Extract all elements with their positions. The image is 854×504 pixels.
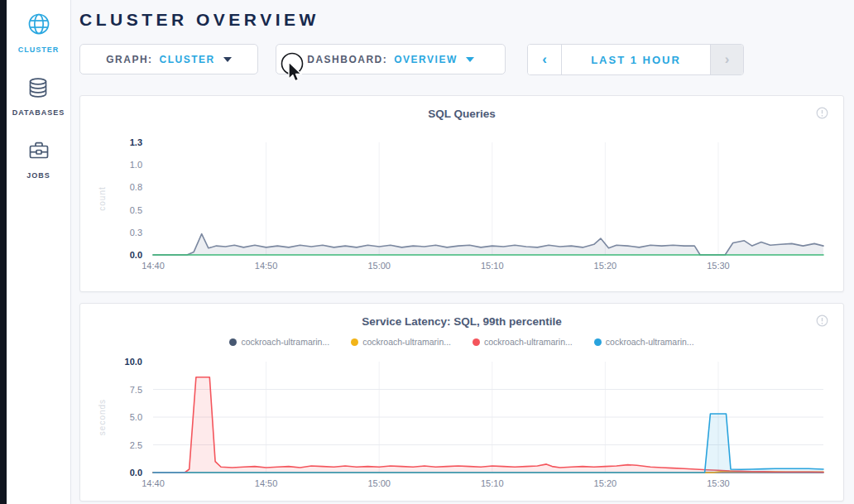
graph-dropdown-label: GRAPH: (106, 54, 152, 65)
chart-title: Service Latency: SQL, 99th percentile (362, 315, 562, 328)
dashboard-dropdown-label: DASHBOARD: (307, 54, 387, 65)
database-icon (26, 75, 50, 103)
legend-item[interactable]: cockroach-ultramarin... (229, 337, 329, 347)
svg-text:15:20: 15:20 (594, 261, 617, 271)
svg-text:1.3: 1.3 (130, 137, 142, 147)
svg-text:15:00: 15:00 (367, 478, 391, 488)
svg-text:15:10: 15:10 (481, 478, 504, 488)
sidebar-item-label: JOBS (26, 171, 50, 180)
service-latency-chart: 0.02.55.07.510.014:4014:5015:0015:1015:2… (94, 350, 830, 496)
dashboard-dropdown-value: OVERVIEW (394, 54, 457, 65)
sql-queries-chart-card: SQL Queries 0.00.30.50.81.01.314:4014:50… (79, 95, 844, 292)
sidebar-item-label: DATABASES (12, 108, 65, 117)
dashboard-dropdown[interactable]: DASHBOARD: OVERVIEW (276, 44, 506, 74)
main-content: CLUSTER OVERVIEW GRAPH: CLUSTER DASHBOAR… (71, 0, 854, 504)
legend-label: cockroach-ultramarin... (606, 337, 694, 347)
svg-text:0.0: 0.0 (130, 468, 142, 478)
info-icon[interactable] (816, 107, 828, 122)
graph-dropdown-value: CLUSTER (160, 54, 215, 65)
sidebar-item-databases[interactable]: DATABASES (12, 75, 65, 117)
briefcase-icon (26, 138, 51, 166)
svg-text:15:20: 15:20 (594, 478, 617, 488)
time-range-selector: ‹ LAST 1 HOUR › (527, 44, 744, 75)
svg-text:15:30: 15:30 (707, 261, 730, 271)
legend-item[interactable]: cockroach-ultramarin... (351, 337, 451, 347)
chart-title: SQL Queries (428, 108, 496, 120)
left-edge-strip (0, 0, 7, 504)
svg-text:15:10: 15:10 (481, 261, 504, 271)
page-title: CLUSTER OVERVIEW (79, 10, 844, 30)
svg-text:2.5: 2.5 (130, 440, 142, 450)
service-latency-chart-card: Service Latency: SQL, 99th percentile co… (79, 303, 844, 502)
legend-dot-icon (229, 338, 237, 346)
svg-text:14:40: 14:40 (142, 478, 165, 488)
time-range-label[interactable]: LAST 1 HOUR (561, 45, 710, 74)
legend-label: cockroach-ultramarin... (484, 337, 573, 347)
legend-dot-icon (473, 338, 480, 346)
svg-text:0.8: 0.8 (130, 182, 142, 192)
svg-text:14:50: 14:50 (255, 261, 278, 271)
svg-text:1.0: 1.0 (130, 160, 142, 170)
svg-text:seconds: seconds (98, 399, 107, 435)
svg-text:count: count (98, 186, 107, 210)
svg-text:10.0: 10.0 (125, 357, 142, 367)
svg-text:15:00: 15:00 (367, 261, 391, 271)
chart-legend: cockroach-ultramarin...cockroach-ultrama… (94, 334, 830, 350)
svg-text:14:40: 14:40 (142, 261, 165, 271)
sidebar-item-cluster[interactable]: CLUSTER (18, 11, 60, 54)
sql-queries-chart: 0.00.30.50.81.01.314:4014:5015:0015:1015… (94, 124, 830, 286)
controls-bar: GRAPH: CLUSTER DASHBOARD: OVERVIEW ‹ LAS… (79, 44, 844, 75)
legend-dot-icon (594, 338, 602, 346)
svg-text:15:30: 15:30 (707, 478, 730, 488)
svg-text:0.0: 0.0 (130, 250, 142, 260)
svg-text:14:50: 14:50 (255, 478, 278, 488)
svg-text:5.0: 5.0 (130, 412, 142, 422)
legend-label: cockroach-ultramarin... (241, 337, 329, 347)
legend-label: cockroach-ultramarin... (362, 337, 451, 347)
chevron-down-icon (223, 57, 232, 62)
info-icon[interactable] (816, 314, 828, 330)
globe-icon (26, 11, 52, 41)
sidebar-item-label: CLUSTER (18, 46, 60, 54)
svg-text:7.5: 7.5 (130, 385, 142, 395)
time-next-button[interactable]: › (710, 45, 743, 74)
graph-dropdown[interactable]: GRAPH: CLUSTER (79, 44, 258, 74)
svg-text:0.5: 0.5 (130, 205, 142, 215)
sidebar: CLUSTER DATABASES JOBS (7, 0, 71, 504)
time-prev-button[interactable]: ‹ (528, 45, 561, 74)
chevron-down-icon (466, 57, 474, 62)
svg-text:0.3: 0.3 (130, 228, 142, 238)
legend-item[interactable]: cockroach-ultramarin... (473, 337, 573, 347)
sidebar-item-jobs[interactable]: JOBS (26, 138, 51, 180)
legend-item[interactable]: cockroach-ultramarin... (594, 337, 694, 347)
legend-dot-icon (351, 338, 358, 346)
